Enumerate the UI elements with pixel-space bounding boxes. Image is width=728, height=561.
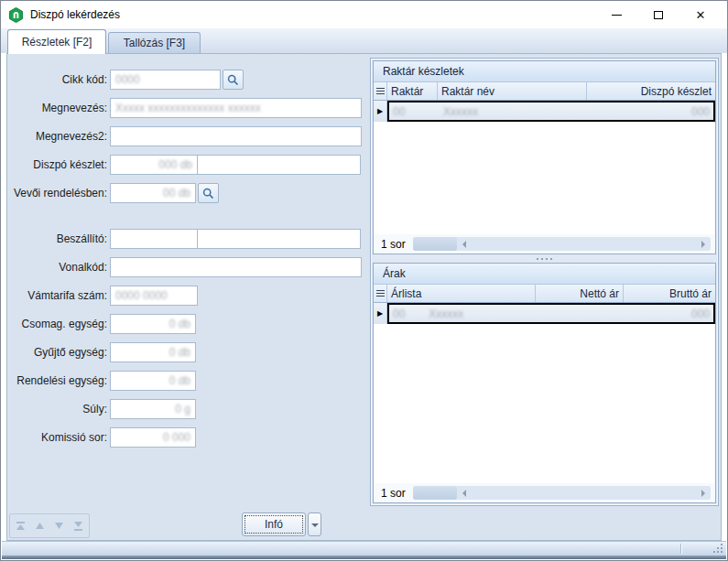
arak-row-count: 1 sor — [381, 487, 406, 500]
suly-input[interactable]: 0 g — [110, 399, 196, 419]
panel-splitter[interactable] — [373, 254, 716, 263]
arak-grid-body — [374, 324, 715, 483]
article-form: Cikk kód: 0000 Megnevezés: Xxxxx xxxxxxx… — [9, 70, 370, 456]
komissio-sor-input[interactable]: 0 000 — [110, 427, 196, 448]
tab-tallozas[interactable]: Tallózás [F3] — [108, 32, 201, 53]
search-icon — [227, 74, 239, 86]
vevoi-rendelesben-input[interactable]: 00 db — [110, 183, 196, 203]
details-tab-page: Cikk kód: 0000 Megnevezés: Xxxxx xxxxxxx… — [6, 53, 722, 541]
hamburger-icon — [376, 290, 385, 291]
rendelesi-egyseg-label: Rendelési egység: — [9, 374, 110, 387]
beszallito-label: Beszállító: — [9, 232, 110, 245]
beszallito-input2[interactable] — [197, 229, 361, 249]
raktar-col-raktar-nev[interactable]: Raktár név — [438, 82, 587, 100]
arak-grid-row[interactable]: ▶ 00 Xxxxxx 000 — [374, 303, 715, 324]
vamtarifa-szam-input[interactable]: 0000 0000 — [110, 286, 198, 306]
right-panel-group: Raktár készletek Raktár Raktár név Diszp… — [370, 58, 719, 506]
chevron-down-icon — [311, 523, 319, 527]
megnevezes-value-redacted: Xxxxx xxxxxxxxxxxxxx xxxxxx — [115, 102, 261, 114]
window-statusbar — [2, 541, 726, 556]
vamtarifa-szam-label: Vámtarifa szám: — [9, 289, 110, 302]
maximize-icon — [654, 11, 663, 19]
megnevezes2-label: Megnevezés2: — [9, 130, 110, 143]
arak-grid-menu-button[interactable] — [374, 285, 387, 302]
vevoi-rendelesben-search-button[interactable] — [198, 183, 219, 203]
arak-panel: Árak Árlista Nettó ár Bruttó ár ▶ 00 Xxx… — [373, 263, 716, 503]
cikk-kod-label: Cikk kód: — [9, 73, 110, 86]
arak-horizontal-scrollbar[interactable] — [413, 486, 711, 500]
record-navigator — [9, 513, 90, 538]
suly-value-redacted: 0 g — [175, 403, 190, 415]
info-button[interactable]: Infó — [242, 512, 306, 536]
next-record-button[interactable] — [50, 517, 67, 535]
diszpo-keszlet-value-redacted: 000 db — [158, 158, 192, 171]
search-icon — [202, 188, 214, 200]
previous-record-icon — [35, 522, 45, 530]
close-button[interactable]: ✕ — [679, 1, 722, 28]
gyujto-egyseg-input[interactable]: 0 db — [110, 342, 196, 362]
scroll-left-icon[interactable] — [462, 490, 466, 497]
tab-strip: Részletek [F2] Tallózás [F3] — [1, 28, 727, 53]
raktar-col-raktar[interactable]: Raktár — [387, 82, 438, 100]
first-record-button[interactable] — [13, 517, 29, 535]
info-dropdown-button[interactable] — [308, 512, 321, 536]
diszpo-keszlet-input[interactable]: 000 db — [110, 155, 198, 175]
minimize-icon — [612, 15, 622, 16]
csomag-egyseg-input[interactable]: 0 db — [110, 314, 196, 334]
megnevezes2-input[interactable] — [110, 126, 362, 146]
last-record-icon — [73, 522, 83, 531]
tab-reszletek[interactable]: Részletek [F2] — [7, 29, 106, 54]
vevoi-rendelesben-value-redacted: 00 db — [163, 187, 190, 200]
gyujto-egyseg-label: Gyűjtő egység: — [9, 346, 110, 359]
previous-record-button[interactable] — [32, 517, 49, 535]
resize-grip[interactable] — [713, 544, 723, 553]
rendelesi-egyseg-value-redacted: 0 db — [169, 374, 190, 387]
info-button-label: Infó — [265, 518, 283, 531]
arak-row-brutto-redacted: 000 — [691, 307, 710, 320]
row-marker-icon: ▶ — [374, 303, 387, 324]
arak-col-brutto-ar[interactable]: Bruttó ár — [624, 285, 715, 302]
close-icon: ✕ — [696, 9, 706, 21]
arak-col-netto-ar[interactable]: Nettó ár — [536, 285, 624, 302]
row-marker-icon: ▶ — [374, 101, 387, 122]
komissio-sor-label: Komissió sor: — [9, 431, 110, 444]
window-title: Diszpó lekérdezés — [30, 8, 120, 21]
scroll-right-icon[interactable] — [701, 490, 705, 497]
beszallito-input[interactable] — [110, 229, 198, 249]
raktar-grid-row[interactable]: ▶ 00 Xxxxxx 000 — [374, 101, 715, 122]
csomag-egyseg-value-redacted: 0 db — [169, 318, 190, 330]
megnevezes-input[interactable]: Xxxxx xxxxxxxxxxxxxx xxxxxx — [110, 98, 362, 118]
arak-row-code-redacted: 00 — [393, 307, 405, 320]
vonalkod-input[interactable] — [110, 257, 362, 277]
maximize-button[interactable] — [637, 1, 679, 28]
diszpo-keszlet-label: Diszpó készlet: — [9, 158, 110, 171]
gyujto-egyseg-value-redacted: 0 db — [169, 346, 190, 359]
titlebar: Diszpó lekérdezés ✕ — [1, 1, 727, 28]
last-record-button[interactable] — [70, 517, 86, 535]
cikk-kod-input[interactable]: 0000 — [110, 70, 221, 90]
diszpo-keszlet-input2[interactable] — [197, 155, 361, 175]
cikk-kod-search-button[interactable] — [223, 70, 244, 90]
minimize-button[interactable] — [595, 1, 637, 28]
scroll-right-icon[interactable] — [701, 241, 705, 248]
arak-grid-statusbar: 1 sor — [374, 483, 715, 502]
vonalkod-label: Vonalkód: — [9, 261, 110, 274]
raktar-panel-title: Raktár készletek — [374, 61, 715, 82]
scrollbar-thumb[interactable] — [413, 486, 457, 500]
raktar-grid-header: Raktár Raktár név Diszpó készlet — [374, 82, 715, 101]
arak-panel-title: Árak — [374, 264, 715, 285]
first-record-icon — [16, 522, 26, 531]
arak-grid-header: Árlista Nettó ár Bruttó ár — [374, 285, 715, 303]
scrollbar-thumb[interactable] — [413, 237, 457, 251]
next-record-icon — [54, 522, 64, 530]
scroll-left-icon[interactable] — [462, 241, 466, 248]
cikk-kod-value-redacted: 0000 — [115, 73, 140, 86]
raktar-row-value-redacted: 000 — [691, 105, 710, 118]
window-bottom-border — [2, 556, 726, 559]
rendelesi-egyseg-input[interactable]: 0 db — [110, 371, 196, 391]
raktar-col-diszpo-keszlet[interactable]: Diszpó készlet — [587, 82, 715, 100]
raktar-grid-menu-button[interactable] — [374, 82, 387, 100]
app-logo-icon — [8, 7, 24, 23]
arak-col-arlista[interactable]: Árlista — [387, 285, 536, 302]
raktar-horizontal-scrollbar[interactable] — [413, 237, 711, 251]
